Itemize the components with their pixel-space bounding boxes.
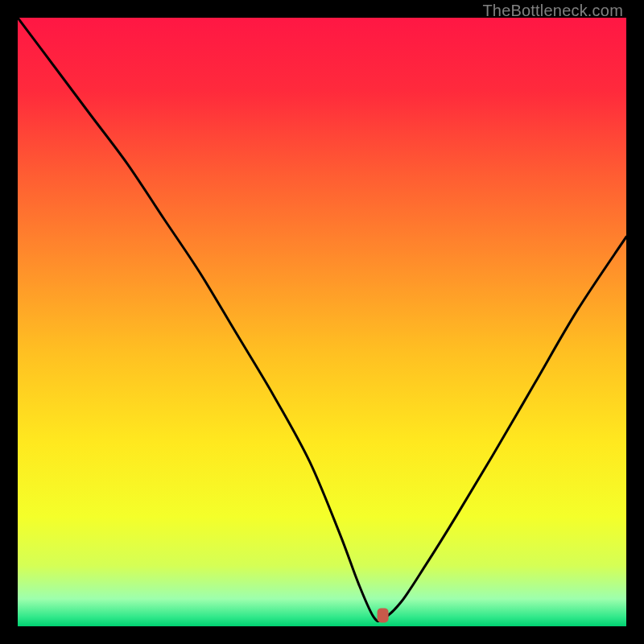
attribution-text: TheBottleneck.com xyxy=(482,2,623,20)
gradient-background xyxy=(18,18,626,626)
chart-svg xyxy=(18,18,626,626)
chart-frame xyxy=(18,18,626,626)
min-marker xyxy=(378,608,389,622)
